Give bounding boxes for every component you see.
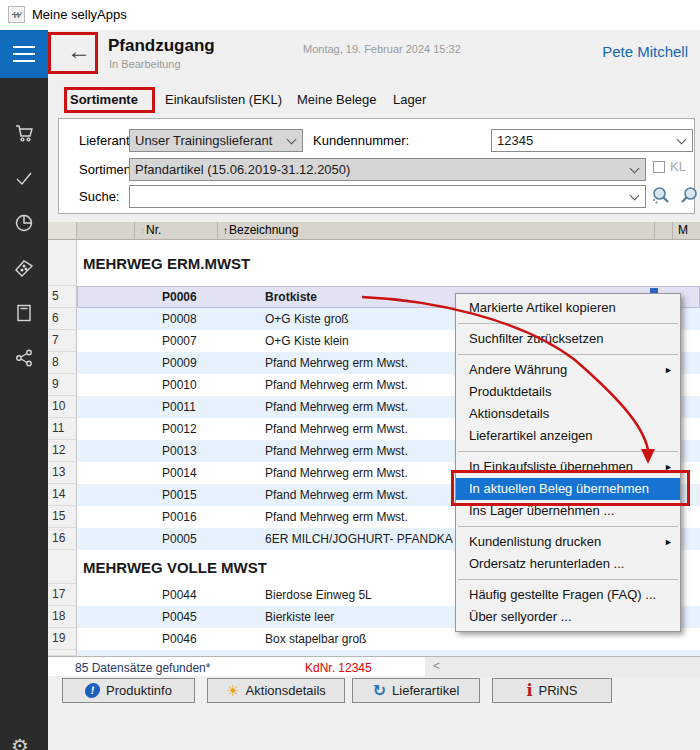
cell-nr: P0005 <box>162 532 265 546</box>
sortiment-select[interactable]: Pfandartikel (15.06.2019-31.12.2050) <box>129 158 646 181</box>
menu-item-label: In aktuellen Beleg übernehmen <box>469 481 649 496</box>
header-nr[interactable]: ↑Nr. <box>135 222 218 239</box>
cell-nr: P0044 <box>162 588 265 602</box>
group-title: MEHRWEG VOLLE MWST <box>83 559 267 576</box>
menu-item[interactable]: Ins Lager übernehmen ... <box>456 500 680 522</box>
submenu-arrow-icon: ► <box>664 531 673 553</box>
info-icon: ! <box>84 683 101 698</box>
book-icon[interactable] <box>13 302 35 324</box>
header-corner <box>48 222 77 239</box>
kundennummer-label: Kundennummer: <box>313 133 409 148</box>
menu-item[interactable]: Über sellyorder ... <box>456 606 680 628</box>
menu-separator <box>458 323 678 324</box>
menu-separator <box>458 451 678 452</box>
menu-item[interactable]: Produktdetails <box>456 381 680 403</box>
row-number-cell: 17 <box>48 584 77 606</box>
group-title-cell: MEHRWEG ERM.MWST <box>77 240 700 286</box>
header-bezeichnung[interactable]: ↑Bezeichnung <box>218 222 655 239</box>
app-logo-icon: w <box>8 6 25 23</box>
kl-label: KL <box>670 159 686 174</box>
submenu-arrow-icon: ► <box>664 359 673 381</box>
cell-nr: P0045 <box>162 610 265 624</box>
menu-item[interactable]: Andere Währung► <box>456 359 680 381</box>
search-icon[interactable] <box>650 185 672 207</box>
row-number-cell: 11 <box>48 418 77 440</box>
menu-item-label: Markierte Artikel kopieren <box>469 300 616 315</box>
menu-item[interactable]: Ordersatz herunterladen ... <box>456 553 680 575</box>
cell-nr: P0006 <box>162 290 265 304</box>
lieferartikel-button[interactable]: ↻ Lieferartikel <box>352 678 480 703</box>
menu-item[interactable]: In aktuellen Beleg übernehmen <box>456 478 680 500</box>
sun-icon: ☀ <box>226 682 239 700</box>
aktionsdetails-button[interactable]: ☀ Aktionsdetails <box>207 678 345 703</box>
tab-meine-belege[interactable]: Meine Belege <box>297 92 377 107</box>
app-window: w Meine sellyApps ⚙ ← Pfandzuga <box>0 0 700 750</box>
row-number-cell: 6 <box>48 308 77 330</box>
menu-item[interactable]: Suchfilter zurücksetzen <box>456 328 680 350</box>
cell-nr: P0009 <box>162 356 265 370</box>
kl-checkbox[interactable] <box>653 161 665 173</box>
row-number-cell: 13 <box>48 462 77 484</box>
cell-nr: P0046 <box>162 632 265 646</box>
menu-item-label: In Einkaufsliste übernehmen <box>469 459 633 474</box>
group-header-row: MEHRWEG ERM.MWST <box>48 240 700 286</box>
menu-item-label: Lieferartikel anzeigen <box>469 428 593 443</box>
search-input[interactable] <box>129 185 646 208</box>
sort-icon: ↑ <box>223 225 228 236</box>
row-number-cell: 10 <box>48 396 77 418</box>
row-number-cell <box>48 550 77 584</box>
user-name[interactable]: Pete Mitchell <box>602 43 688 60</box>
tab-lager[interactable]: Lager <box>393 92 426 107</box>
produktinfo-button[interactable]: ! Produktinfo <box>62 678 195 703</box>
menu-item[interactable]: Markierte Artikel kopieren <box>456 297 680 319</box>
row-number-cell: 14 <box>48 484 77 506</box>
menu-separator <box>458 526 678 527</box>
tag-icon[interactable] <box>13 257 35 279</box>
menu-item-label: Suchfilter zurücksetzen <box>469 331 603 346</box>
hamburger-icon <box>13 46 35 48</box>
cell-nr: P0014 <box>162 466 265 480</box>
record-count: 85 Datensätze gefunden* <box>75 661 210 675</box>
menu-item-label: Produktdetails <box>469 384 551 399</box>
back-button[interactable]: ← <box>62 36 96 68</box>
menu-separator <box>458 354 678 355</box>
menu-item[interactable]: Lieferartikel anzeigen <box>456 425 680 447</box>
tab-sortimente[interactable]: Sortimente <box>70 92 138 107</box>
lieferant-select[interactable]: Unser Trainingslieferant <box>129 129 303 152</box>
cart-icon[interactable] <box>13 122 35 144</box>
cell-nr: P0016 <box>162 510 265 524</box>
cell-nr: P0011 <box>162 400 265 414</box>
horizontal-scrollbar[interactable]: < <box>425 657 700 677</box>
share-icon[interactable] <box>13 347 35 369</box>
search-secondary-icon[interactable] <box>678 185 700 207</box>
kundennummer-select[interactable]: 12345 <box>491 129 693 152</box>
checkmark-icon[interactable] <box>13 167 35 189</box>
header-blank[interactable] <box>77 222 135 239</box>
menu-item[interactable]: Aktionsdetails <box>456 403 680 425</box>
pie-chart-icon[interactable] <box>13 212 35 234</box>
chevron-down-icon <box>287 135 297 145</box>
hamburger-menu-button[interactable] <box>0 30 48 78</box>
title-bar: w Meine sellyApps <box>0 0 700 30</box>
page-status: In Bearbeitung <box>109 58 181 70</box>
window-title: Meine sellyApps <box>32 7 127 22</box>
footer-toolbar: ! Produktinfo ☀ Aktionsdetails ↻ Liefera… <box>48 678 700 703</box>
cell-nr: P0007 <box>162 334 265 348</box>
menu-item-label: Ordersatz herunterladen ... <box>469 556 624 571</box>
menu-item-label: Ins Lager übernehmen ... <box>469 503 614 518</box>
header-gap <box>655 222 673 239</box>
menu-item[interactable]: Häufig gestellte Fragen (FAQ) ... <box>456 584 680 606</box>
menu-item[interactable]: In Einkaufsliste übernehmen► <box>456 456 680 478</box>
customer-number-status: KdNr. 12345 <box>305 661 372 675</box>
page-datetime: Montag, 19. Februar 2024 15:32 <box>303 43 461 55</box>
menu-item-label: Über sellyorder ... <box>469 609 572 624</box>
tab-einkaufslisten[interactable]: Einkaufslisten (EKL) <box>165 92 282 107</box>
header-m[interactable]: M <box>673 222 700 239</box>
filter-panel: Lieferant: Unser Trainingslieferant Kund… <box>58 118 695 214</box>
gear-icon[interactable]: ⚙ <box>11 734 29 750</box>
scroll-left-icon[interactable]: < <box>433 659 440 673</box>
chevron-down-icon <box>630 164 640 174</box>
row-number-cell: 15 <box>48 506 77 528</box>
prins-button[interactable]: i PRiNS <box>492 678 612 703</box>
menu-item[interactable]: Kundenlistung drucken► <box>456 531 680 553</box>
